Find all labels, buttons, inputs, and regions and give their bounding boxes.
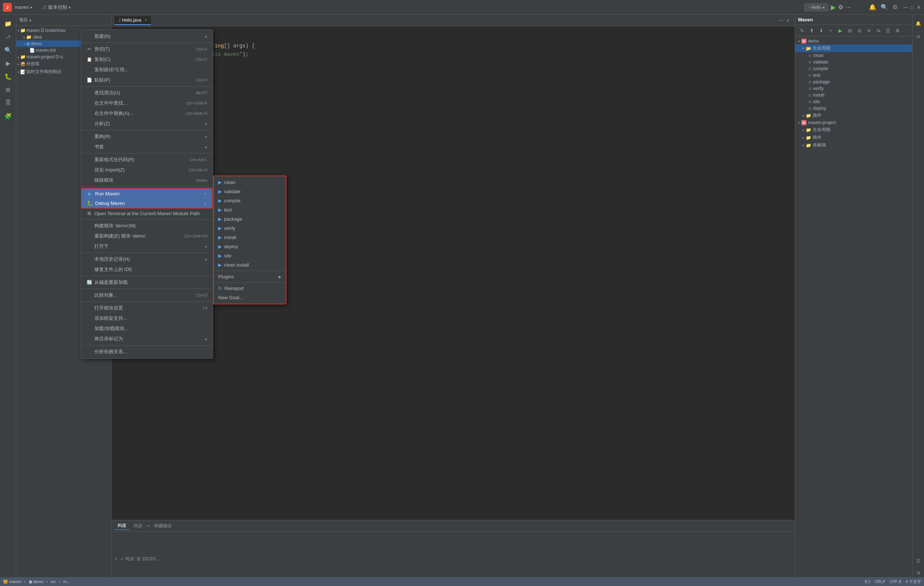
- menu-item-load-unload[interactable]: 加载/卸载模块...: [81, 324, 213, 334]
- submenu-reimport[interactable]: ↻ Reimport: [214, 284, 286, 293]
- menu-item-reformat[interactable]: 重新格式化代码(R) Ctrl+Alt+L: [81, 155, 213, 165]
- menu-item-bookmark[interactable]: 书签 ▸: [81, 142, 213, 152]
- maven-link-btn[interactable]: ⇆: [874, 26, 883, 35]
- tab-close-btn[interactable]: ✕: [144, 18, 147, 22]
- tab-hello-java[interactable]: J Hello.java ✕: [115, 16, 151, 25]
- submenu-site[interactable]: ▶ site: [214, 251, 286, 260]
- submenu-deploy[interactable]: ▶ deploy: [214, 242, 286, 251]
- maven-phase-compile[interactable]: ⊙ compile: [795, 65, 912, 72]
- right-m-btn[interactable]: m: [912, 31, 924, 43]
- bottom-tab-output[interactable]: 构建输出: [151, 522, 175, 530]
- menu-item-run-maven[interactable]: ▶ Run Maven ▸: [82, 189, 212, 198]
- statusbar-file[interactable]: m...: [63, 579, 70, 584]
- maven-phase-deploy[interactable]: ⊙ deploy: [795, 105, 912, 112]
- maven-settings-btn[interactable]: ⚙: [894, 26, 902, 35]
- statusbar-maven[interactable]: 🐱 maven: [3, 579, 21, 584]
- maven-stop-btn[interactable]: ✕: [865, 26, 873, 35]
- maximize-button[interactable]: □: [911, 4, 914, 10]
- menu-item-mark-dir[interactable]: 将目录标记为 ▸: [81, 334, 213, 344]
- search-icon[interactable]: 🔍: [881, 4, 888, 11]
- menu-item-optimize-import[interactable]: 优化 import(Z) Ctrl+Alt+O: [81, 165, 213, 175]
- menu-item-open-terminal[interactable]: ⊞ Open Terminal at the Current Maven Mod…: [81, 208, 213, 218]
- menu-item-build-module[interactable]: 构建模块 'demo'(M): [81, 221, 213, 231]
- sync-close-btn[interactable]: ✕: [147, 524, 150, 528]
- maven-run-btn[interactable]: ▶: [836, 26, 844, 35]
- maven-phase-validate[interactable]: ⊙ validate: [795, 59, 912, 65]
- maven-build-btn[interactable]: ⊞: [846, 26, 854, 35]
- menu-item-new[interactable]: 新建(N) ▸: [81, 31, 213, 41]
- database-icon-btn[interactable]: 🗄: [2, 97, 14, 109]
- bottom-tab-sync[interactable]: 同步: [131, 522, 145, 530]
- project-header-dropdown[interactable]: [30, 18, 31, 23]
- maven-phase-clean[interactable]: ⊙ clean: [795, 52, 912, 59]
- maven-phase-package[interactable]: ⊙ package: [795, 79, 912, 85]
- menu-item-open-in[interactable]: 打开于 ▸: [81, 241, 213, 251]
- submenu-clean[interactable]: ▶ clean: [214, 178, 286, 187]
- git-icon-btn[interactable]: ⎇: [2, 31, 14, 43]
- maven-maven-project-item[interactable]: ▾ m maven-project: [795, 119, 912, 126]
- menu-item-cut[interactable]: ✂ 剪切(T) Ctrl+X: [81, 44, 213, 54]
- maven-plugins-item[interactable]: ▸ 📁 插件: [795, 112, 912, 119]
- submenu-compile[interactable]: ▶ compile: [214, 196, 286, 205]
- menu-item-copy-path[interactable]: 复制路径/引用...: [81, 64, 213, 75]
- submenu-test[interactable]: ▶ test: [214, 205, 286, 215]
- maven-phase-test[interactable]: ⊙ test: [795, 72, 912, 79]
- menu-item-compare[interactable]: 比较对象... Ctrl+D: [81, 290, 213, 300]
- submenu-validate[interactable]: ▶ validate: [214, 187, 286, 196]
- settings-button[interactable]: ⚙: [838, 4, 843, 11]
- maven-phase-verify[interactable]: ⊙ verify: [795, 85, 912, 92]
- maven-project-lifecycle-item[interactable]: ▸ 📁 生命周期: [795, 126, 912, 134]
- maven-project-plugins-item[interactable]: ▸ 📁 插件: [795, 134, 912, 141]
- menu-item-analyze[interactable]: 分析(Z) ▸: [81, 119, 213, 129]
- submenu-install[interactable]: ▶ install: [214, 233, 286, 242]
- editor-more-btn[interactable]: ⋯: [777, 16, 785, 25]
- menu-item-add-framework[interactable]: 添加框架支持...: [81, 313, 213, 324]
- project-name[interactable]: maven: [15, 4, 32, 10]
- maven-demo-item[interactable]: ▾ m demo: [795, 38, 912, 45]
- run-icon-btn[interactable]: ▶: [2, 57, 14, 69]
- submenu-new-goal[interactable]: New Goal...: [214, 293, 286, 302]
- minimize-button[interactable]: ─: [903, 4, 908, 11]
- statusbar-demo[interactable]: ▣ demo: [29, 579, 44, 584]
- menu-item-analyze-deps[interactable]: 分析依赖关系...: [81, 347, 213, 357]
- menu-item-replace-in-file[interactable]: 在文件中替换(A)... Ctrl+Shift+R: [81, 108, 213, 119]
- bottom-tab-build[interactable]: 构建: [115, 522, 129, 530]
- maven-download-btn[interactable]: ⬇: [817, 26, 825, 35]
- more-button[interactable]: ⋯: [845, 4, 851, 11]
- close-button[interactable]: ✕: [917, 4, 921, 10]
- submenu-package[interactable]: ▶ package: [214, 215, 286, 224]
- maven-refresh-btn[interactable]: ↻: [798, 26, 806, 35]
- plugins-icon-btn[interactable]: 🧩: [2, 110, 14, 122]
- maven-phase-install[interactable]: ⊙ install: [795, 92, 912, 98]
- menu-item-debug-maven[interactable]: 🐛 Debug Maven ▸: [82, 198, 212, 208]
- search-icon-btn[interactable]: 🔍: [2, 44, 14, 56]
- maven-phase-site[interactable]: ⊙ site: [795, 98, 912, 105]
- submenu-verify[interactable]: ▶ verify: [214, 224, 286, 233]
- right-notification-btn[interactable]: 🔔: [912, 18, 924, 30]
- run-config-button[interactable]: ▪ Hello: [804, 3, 828, 12]
- menu-item-reload-disk[interactable]: 🔄 从磁盘重新加载: [81, 277, 213, 287]
- maven-lifecycle-item[interactable]: ▾ 📂 生命周期: [795, 45, 912, 52]
- menu-item-find-usage[interactable]: 查找用法(U) Alt+F7: [81, 88, 213, 98]
- run-button[interactable]: ▶: [831, 3, 836, 12]
- maven-list-btn[interactable]: ☰: [884, 26, 892, 35]
- maven-project-deps-item[interactable]: ▸ 📁 依赖项: [795, 141, 912, 149]
- menu-item-copy[interactable]: 📋 复制(C) Ctrl+C: [81, 54, 213, 64]
- menu-item-refactor[interactable]: 重构(R) ▸: [81, 132, 213, 142]
- maven-upload-btn[interactable]: ⬆: [808, 26, 816, 35]
- menu-item-open-module-settings[interactable]: 打开模块设置 F4: [81, 303, 213, 313]
- vcs-label[interactable]: ⎇ 版本控制: [41, 4, 71, 11]
- menu-item-paste[interactable]: 📄 粘贴(P) Ctrl+V: [81, 75, 213, 85]
- menu-item-rebuild-module[interactable]: 重新构建(E) 模块 'demo' Ctrl+Shift+F9: [81, 231, 213, 241]
- menu-item-find-in-file[interactable]: 在文件中查找... Ctrl+Shift+F: [81, 98, 213, 108]
- right-list-btn[interactable]: ☰: [912, 555, 924, 567]
- menu-item-remove-module[interactable]: 移除模块 Delete: [81, 175, 213, 185]
- statusbar-src[interactable]: src: [51, 579, 56, 584]
- notification-icon[interactable]: 🔔: [869, 4, 876, 11]
- settings-icon[interactable]: ⚙: [893, 4, 898, 11]
- maven-skip-btn[interactable]: ⊘: [855, 26, 863, 35]
- maven-add-btn[interactable]: +: [827, 26, 835, 35]
- debug-icon-btn[interactable]: 🐛: [2, 71, 14, 82]
- submenu-plugins[interactable]: Plugins ▸: [214, 272, 286, 281]
- folder-icon-btn[interactable]: 📁: [2, 18, 14, 30]
